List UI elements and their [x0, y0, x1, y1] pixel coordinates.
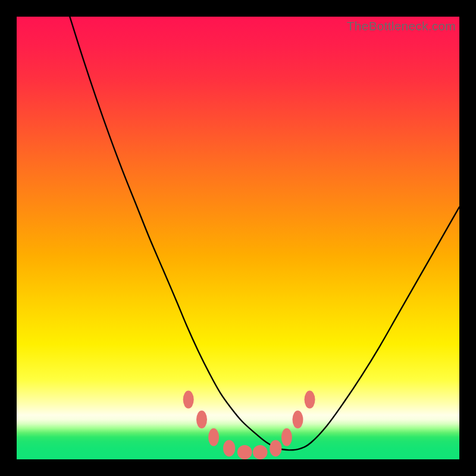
trough-marker: [305, 391, 315, 409]
trough-marker: [223, 440, 235, 456]
bottleneck-curve: [70, 17, 459, 450]
trough-marker: [270, 440, 281, 456]
trough-marker: [281, 428, 292, 446]
chart-frame: TheBottleneck.com: [0, 0, 476, 476]
watermark-text: TheBottleneck.com: [347, 19, 456, 33]
trough-marker: [237, 445, 252, 459]
trough-marker: [183, 391, 194, 409]
trough-marker: [253, 445, 268, 459]
curve-layer: [17, 17, 459, 459]
plot-area: [17, 17, 459, 459]
trough-marker: [208, 428, 219, 446]
trough-marker: [292, 411, 303, 428]
trough-marker: [196, 411, 207, 428]
bottleneck-curve-path: [70, 17, 459, 450]
